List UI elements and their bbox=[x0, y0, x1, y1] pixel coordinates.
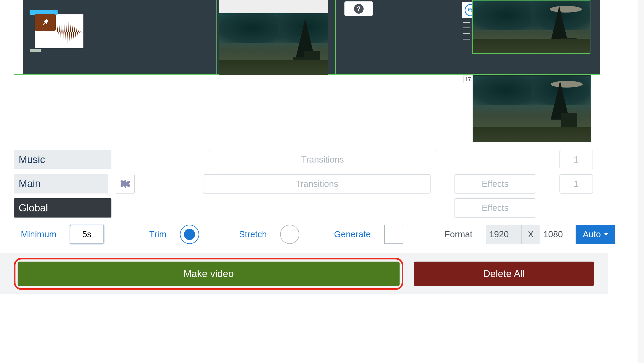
stretch-radio[interactable] bbox=[280, 225, 299, 244]
format-auto-dropdown[interactable]: Auto bbox=[576, 225, 615, 244]
format-width-input[interactable] bbox=[486, 225, 522, 244]
timeline[interactable]: ? 17.433 bbox=[14, 0, 600, 79]
thumbnail-art bbox=[219, 13, 286, 43]
help-button[interactable]: ? bbox=[344, 1, 373, 16]
waveform-icon bbox=[57, 17, 83, 47]
thumbnail-art bbox=[473, 1, 539, 30]
minimum-label: Minimum bbox=[21, 229, 57, 239]
main-count[interactable]: 1 bbox=[560, 174, 593, 194]
clip-divider[interactable] bbox=[335, 0, 336, 75]
track-main-button[interactable]: Main bbox=[14, 174, 108, 194]
minimum-input[interactable] bbox=[70, 225, 104, 244]
trim-radio[interactable] bbox=[180, 225, 199, 244]
effects-button[interactable]: Effects bbox=[454, 198, 536, 218]
format-x-label: X bbox=[522, 225, 540, 244]
generate-label: Generate bbox=[334, 229, 371, 239]
transitions-button[interactable]: Transitions bbox=[209, 150, 436, 169]
thumbnail-art bbox=[473, 127, 591, 142]
thumbnail-art bbox=[473, 39, 590, 53]
video-clip-thumbnail[interactable] bbox=[219, 13, 328, 75]
track-global-button[interactable]: Global bbox=[14, 198, 111, 218]
generate-checkbox[interactable] bbox=[384, 225, 403, 244]
auto-label: Auto bbox=[583, 229, 601, 239]
thumbnail-art bbox=[473, 76, 540, 105]
preview-thumbnail[interactable] bbox=[473, 75, 591, 142]
pin-icon bbox=[39, 16, 51, 28]
clip-header bbox=[219, 0, 328, 13]
make-video-button[interactable]: Make video bbox=[18, 262, 400, 286]
pin-button[interactable] bbox=[35, 14, 56, 31]
make-video-highlight: Make video bbox=[14, 258, 403, 290]
clip-divider[interactable] bbox=[216, 0, 217, 75]
effects-button[interactable]: Effects bbox=[454, 174, 536, 194]
thumbnail-button[interactable] bbox=[116, 174, 135, 194]
track-music-button[interactable]: Music bbox=[14, 150, 111, 169]
audio-clip-handle[interactable] bbox=[30, 49, 41, 52]
preview-thumbnail[interactable] bbox=[472, 0, 590, 54]
transitions-button[interactable]: Transitions bbox=[203, 174, 431, 194]
format-height-input[interactable] bbox=[540, 225, 576, 244]
help-icon: ? bbox=[354, 4, 364, 14]
butterfly-icon bbox=[118, 177, 132, 191]
scrollbar[interactable] bbox=[638, 0, 644, 363]
chevron-down-icon bbox=[604, 233, 608, 236]
trim-label: Trim bbox=[149, 229, 167, 239]
music-count[interactable]: 1 bbox=[560, 150, 593, 169]
delete-all-button[interactable]: Delete All bbox=[414, 262, 594, 286]
stretch-label: Stretch bbox=[239, 229, 267, 239]
thumbnail-art bbox=[219, 60, 328, 75]
audio-clip-thumbnail[interactable] bbox=[35, 14, 83, 48]
format-label: Format bbox=[445, 229, 473, 239]
